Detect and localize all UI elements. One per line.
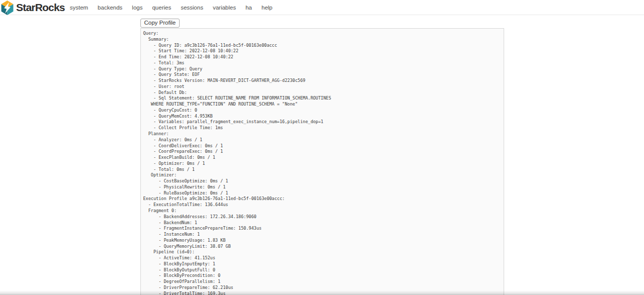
brand-wordmark: StarRocks: [16, 0, 65, 15]
query-profile-text: Query: Summary: - Query ID: a9c3b126-76a…: [143, 31, 501, 295]
main-nav: system backends logs queries sessions va…: [70, 5, 273, 11]
copy-profile-button[interactable]: Copy Profile: [140, 19, 180, 28]
top-nav-bar: StarRocks system backends logs queries s…: [0, 0, 644, 15]
starrocks-logo[interactable]: StarRocks: [0, 0, 65, 15]
nav-item-sessions[interactable]: sessions: [181, 5, 203, 11]
starrocks-logo-icon: [0, 0, 15, 16]
query-profile-page: Copy Profile Query: Summary: - Query ID:…: [140, 18, 504, 295]
nav-item-queries[interactable]: queries: [152, 5, 171, 11]
nav-item-variables[interactable]: variables: [213, 5, 236, 11]
nav-item-help[interactable]: help: [262, 5, 273, 11]
nav-item-system[interactable]: system: [70, 5, 88, 11]
nav-item-backends[interactable]: backends: [98, 5, 122, 11]
query-profile-panel[interactable]: Query: Summary: - Query ID: a9c3b126-76a…: [140, 28, 504, 295]
nav-item-logs[interactable]: logs: [132, 5, 142, 11]
nav-item-ha[interactable]: ha: [246, 5, 252, 11]
